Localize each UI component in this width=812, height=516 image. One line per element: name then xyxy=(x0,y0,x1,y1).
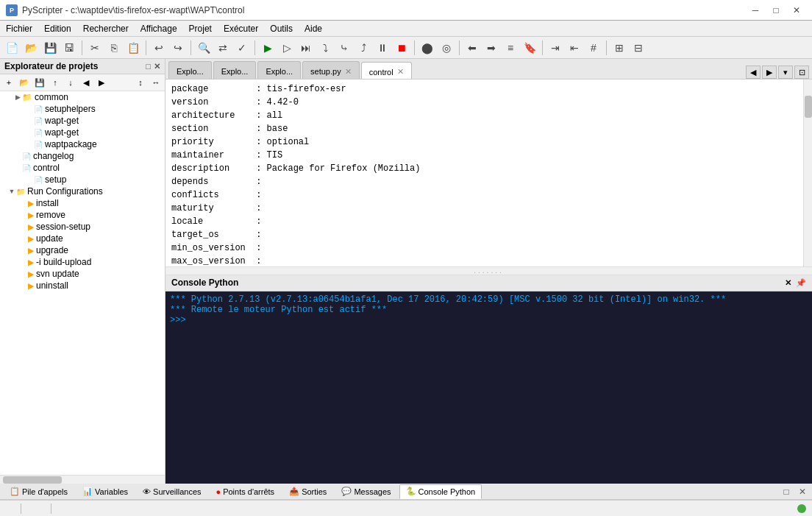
exp-add-btn[interactable]: + xyxy=(1,76,16,89)
replace-button[interactable]: ⇄ xyxy=(214,39,232,57)
step-into-button[interactable]: ⤷ xyxy=(335,39,353,57)
step-out-button[interactable]: ⤴ xyxy=(355,39,372,57)
menu-fichier[interactable]: Fichier xyxy=(0,21,38,36)
tab-nav-right[interactable]: ▶ xyxy=(762,66,777,79)
exp-save-btn[interactable]: 💾 xyxy=(32,76,47,89)
tree-item-run-configs[interactable]: ▼ 📁 Run Configurations xyxy=(0,185,165,197)
tab-setup-py[interactable]: setup.py ✕ xyxy=(302,61,360,79)
bookmark-button[interactable]: 🔖 xyxy=(521,39,538,57)
console-pin-btn[interactable]: 📌 xyxy=(796,278,806,288)
console-panel[interactable]: *** Python 2.7.13 (v2.7.13:a06454b1afa1,… xyxy=(165,291,812,484)
exp-right-btn[interactable]: ▶ xyxy=(94,76,109,89)
new-button[interactable]: 📄 xyxy=(3,39,21,57)
tree-item-install[interactable]: ▶ install xyxy=(0,197,165,209)
search-button[interactable]: 🔍 xyxy=(195,39,213,57)
tab-explo3[interactable]: Explo... xyxy=(257,61,301,79)
btm-float-btn[interactable]: ✕ xyxy=(796,485,809,498)
tab-pile-appels[interactable]: 📋 Pile d'appels xyxy=(3,484,74,499)
pause-button[interactable]: ⏸ xyxy=(374,39,391,57)
tab-surveillances[interactable]: 👁 Surveillances xyxy=(136,484,207,499)
scrollbar-thumb[interactable] xyxy=(805,96,812,118)
tree-item-session-setup[interactable]: ▶ session-setup xyxy=(0,221,165,233)
menu-edition[interactable]: Edition xyxy=(38,21,77,36)
tab-explo2[interactable]: Explo... xyxy=(213,61,257,79)
console-dock-btn[interactable]: ✕ xyxy=(785,278,791,288)
h-scroll-thumb[interactable] xyxy=(3,476,62,484)
debug-button[interactable]: ⏭ xyxy=(297,39,315,57)
run-sel-button[interactable]: ▷ xyxy=(278,39,296,57)
exp-collapse-btn[interactable]: ↔ xyxy=(149,76,163,89)
tree-item-remove[interactable]: ▶ remove xyxy=(0,209,165,221)
menu-affichage[interactable]: Affichage xyxy=(135,21,183,36)
comment-button[interactable]: # xyxy=(585,39,602,57)
code-scrollbar-vertical[interactable] xyxy=(803,79,812,266)
splitter[interactable]: ....... xyxy=(165,266,812,275)
maximize-button[interactable]: □ xyxy=(766,3,786,18)
exp-up-btn[interactable]: ↑ xyxy=(48,76,63,89)
save-button[interactable]: 💾 xyxy=(41,39,59,57)
tab-points-arrets[interactable]: ● Points d'arrêts xyxy=(210,484,282,499)
outdent-button[interactable]: ⇤ xyxy=(566,39,583,57)
tree-item-setuphelpers[interactable]: 📄 setuphelpers xyxy=(0,103,165,115)
nav-forward-button[interactable]: ➡ xyxy=(482,39,500,57)
close-button[interactable]: ✕ xyxy=(787,3,806,18)
explorer-scrollbar-horizontal[interactable] xyxy=(0,475,165,484)
nav-history-button[interactable]: ≡ xyxy=(502,39,519,57)
tree-item-changelog[interactable]: 📄 changelog xyxy=(0,150,165,162)
tree-item-waptget2[interactable]: 📄 wapt-get xyxy=(0,127,165,138)
tree-item-common[interactable]: ▶ 📁 common xyxy=(0,91,165,103)
tree-item-control[interactable]: 📄 control xyxy=(0,162,165,174)
layout2-button[interactable]: ⊟ xyxy=(630,39,647,57)
tab-close-setup[interactable]: ✕ xyxy=(345,67,352,77)
tree-item-waptpackage[interactable]: 📄 waptpackage xyxy=(0,138,165,150)
copy-button[interactable]: ⎘ xyxy=(105,39,123,57)
tree-item-waptget1[interactable]: 📄 wapt-get xyxy=(0,115,165,127)
layout-button[interactable]: ⊞ xyxy=(610,39,628,57)
redo-button[interactable]: ↪ xyxy=(169,39,187,57)
save-all-button[interactable]: 🖫 xyxy=(60,39,78,57)
tree-item-setup[interactable]: 📄 setup xyxy=(0,174,165,185)
minimize-button[interactable]: ─ xyxy=(746,3,765,18)
cut-button[interactable]: ✂ xyxy=(86,39,104,57)
breakpoint-button[interactable]: ⬤ xyxy=(419,39,436,57)
exp-left-btn[interactable]: ◀ xyxy=(79,76,93,89)
explorer-float-btn[interactable]: □ xyxy=(146,62,151,71)
tab-explo1[interactable]: Explo... xyxy=(168,61,212,79)
tree-item-upgrade[interactable]: ▶ upgrade xyxy=(0,244,165,256)
tree-item-update[interactable]: ▶ update xyxy=(0,233,165,244)
tab-list[interactable]: ▾ xyxy=(778,66,793,79)
tab-control[interactable]: control ✕ xyxy=(361,62,412,79)
tab-close-control[interactable]: ✕ xyxy=(397,67,404,77)
tab-maximize[interactable]: ⊡ xyxy=(794,66,809,79)
exp-open-btn[interactable]: 📂 xyxy=(17,76,32,89)
undo-button[interactable]: ↩ xyxy=(150,39,168,57)
code-editor[interactable]: package : tis-firefox-esr version : 4.42… xyxy=(165,79,803,266)
syntax-button[interactable]: ✓ xyxy=(233,39,251,57)
tab-messages[interactable]: 💬 Messages xyxy=(335,484,397,499)
console-prompt[interactable]: >>> xyxy=(170,315,808,325)
step-over-button[interactable]: ⤵ xyxy=(316,39,334,57)
menu-rechercher[interactable]: Rechercher xyxy=(77,21,135,36)
run-button[interactable]: ▶ xyxy=(259,39,277,57)
tree-item-svn-update[interactable]: ▶ svn update xyxy=(0,268,165,280)
menu-executer[interactable]: Exécuter xyxy=(218,21,264,36)
indent-button[interactable]: ⇥ xyxy=(546,39,564,57)
btm-dock-btn[interactable]: □ xyxy=(780,485,793,498)
menu-aide[interactable]: Aide xyxy=(299,21,328,36)
stop-button[interactable]: ⏹ xyxy=(393,39,410,57)
open-button[interactable]: 📂 xyxy=(22,39,40,57)
nav-back-button[interactable]: ⬅ xyxy=(463,39,481,57)
exp-down-btn[interactable]: ↓ xyxy=(63,76,78,89)
paste-button[interactable]: 📋 xyxy=(124,39,142,57)
tab-console-python[interactable]: 🐍 Console Python xyxy=(399,484,482,499)
tree-item-uninstall[interactable]: ▶ uninstall xyxy=(0,280,165,291)
exp-expand-btn[interactable]: ↕ xyxy=(133,76,148,89)
tree-item-build-upload[interactable]: ▶ -i build-upload xyxy=(0,256,165,268)
menu-outils[interactable]: Outils xyxy=(264,21,299,36)
tab-variables[interactable]: 📊 Variables xyxy=(76,484,135,499)
explorer-close-btn[interactable]: ✕ xyxy=(154,62,160,71)
menu-projet[interactable]: Projet xyxy=(183,21,218,36)
tab-nav-left[interactable]: ◀ xyxy=(746,66,761,79)
clear-break-button[interactable]: ◎ xyxy=(438,39,455,57)
tab-sorties[interactable]: 📤 Sorties xyxy=(282,484,333,499)
